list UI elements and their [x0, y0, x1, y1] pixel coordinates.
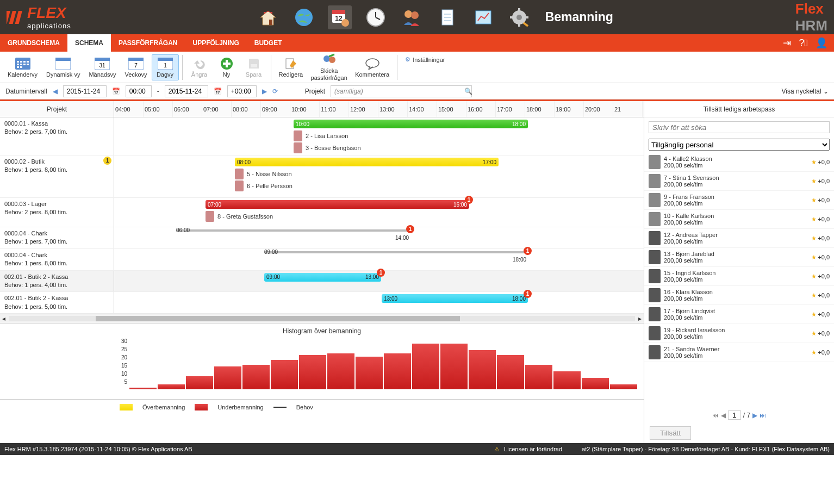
svg-rect-49	[223, 63, 231, 65]
schedule-lane[interactable]: 09:0018:001	[114, 249, 644, 270]
schedule-lane[interactable]: 06:0014:001	[114, 227, 644, 248]
shift-bar[interactable]	[176, 229, 410, 232]
settings-link[interactable]: ⚙Inställningar	[401, 54, 449, 65]
available-person-row[interactable]: 9 - Frans Fransson200,00 sek/tim★+0,0	[644, 191, 834, 210]
gray-end-label: 14:00	[395, 235, 409, 241]
show-kpi-link[interactable]: Visa nyckeltal ⌄	[782, 88, 829, 95]
view-kalendervy[interactable]: Kalendervy	[3, 55, 42, 80]
assign-button[interactable]: Tillsätt	[650, 426, 691, 440]
send-people-icon	[321, 53, 337, 66]
person-score: ★+0,0	[811, 197, 830, 204]
scroll-thumb[interactable]	[96, 316, 460, 321]
schedule-grid: Projekt 04:0005:0006:0007:0008:0009:0010…	[0, 101, 644, 443]
tab-schema[interactable]: SCHEMA	[67, 34, 111, 52]
available-person-row[interactable]: 17 - Björn Lindqvist200,00 sek/tim★+0,0	[644, 305, 834, 324]
pager-first-icon[interactable]: ⏮	[712, 412, 719, 419]
shift-bar[interactable]: 10:0018:00	[294, 120, 528, 128]
side-search-input[interactable]	[649, 121, 830, 133]
search-icon[interactable]: 🔍	[464, 88, 472, 95]
view-dynamisk[interactable]: Dynamisk vy	[42, 55, 84, 80]
svg-rect-34	[17, 66, 19, 68]
histogram-bar	[582, 378, 609, 389]
shift-bar[interactable]: 09:0013:00	[264, 273, 381, 282]
prev-arrow-icon[interactable]: ◀	[53, 88, 58, 95]
schedule-lane[interactable]: 08:0017:005 - Nisse Nilsson6 - Pelle Per…	[114, 155, 644, 197]
document-icon[interactable]	[435, 5, 459, 29]
shift-bar[interactable]: 13:0018:00	[382, 294, 528, 303]
undo-button[interactable]: Ångra	[186, 55, 213, 80]
time-to-input[interactable]	[227, 85, 257, 97]
availability-select[interactable]: Tillgänglig personal	[649, 139, 830, 151]
home-icon[interactable]	[256, 5, 280, 29]
chart-icon[interactable]	[471, 5, 495, 29]
send-request-button[interactable]: Skicka passförfrågan	[307, 51, 351, 83]
view-dagvy[interactable]: 1Dagvy	[152, 54, 179, 80]
time-from-input[interactable]	[126, 85, 152, 97]
shift-bar[interactable]: 07:0016:00	[206, 200, 469, 209]
schedule-lane[interactable]: 13:0018:001	[114, 292, 644, 313]
pager-page-input[interactable]	[728, 410, 741, 420]
clock-icon[interactable]	[364, 5, 388, 29]
shift-bar[interactable]	[264, 251, 528, 253]
scroll-left-icon[interactable]: ◂	[2, 315, 5, 322]
available-person-row[interactable]: 19 - Rickard Israelsson200,00 sek/tim★+0…	[644, 324, 834, 343]
calendar-people-icon[interactable]: 12	[328, 5, 352, 29]
shift-bar[interactable]: 08:0017:00	[235, 158, 499, 166]
tab-passförfrågan[interactable]: PASSFÖRFRÅGAN	[111, 34, 185, 52]
edit-button[interactable]: Redigera	[275, 55, 308, 80]
gear-icon[interactable]	[507, 5, 531, 29]
view-veckovy[interactable]: 7Veckovy	[121, 55, 152, 80]
available-person-row[interactable]: 15 - Ingrid Karlsson200,00 sek/tim★+0,0	[644, 267, 834, 286]
person-name: 4 - Kalle2 Klasson	[664, 155, 808, 162]
tab-grundschema[interactable]: GRUNDSCHEMA	[0, 34, 67, 52]
available-person-row[interactable]: 13 - Björn Jareblad200,00 sek/tim★+0,0	[644, 248, 834, 267]
schedule-lane[interactable]: 07:0016:0018 - Greta Gustafsson	[114, 198, 644, 227]
available-person-row[interactable]: 4 - Kalle2 Klasson200,00 sek/tim★+0,0	[644, 153, 834, 172]
view-manadsvy[interactable]: 31Månadsvy	[84, 55, 120, 80]
assigned-person[interactable]: 3 - Bosse Bengtsson	[294, 142, 361, 153]
tab-budget[interactable]: BUDGET	[247, 34, 290, 52]
available-person-row[interactable]: 21 - Sandra Waerner200,00 sek/tim★+0,0	[644, 343, 834, 362]
person-name: 12 - Andreas Tapper	[664, 232, 808, 238]
refresh-icon[interactable]: ⟳	[272, 88, 278, 95]
available-person-row[interactable]: 7 - Stina 1 Svensson200,00 sek/tim★+0,0	[644, 172, 834, 191]
project-name: 002.01 - Butik 2 - Kassa	[4, 294, 109, 302]
gray-end-label: 18:00	[513, 257, 526, 263]
assigned-person[interactable]: 8 - Greta Gustafsson	[206, 211, 273, 222]
calendar-picker-icon[interactable]: 📅	[112, 88, 120, 95]
help-icon[interactable]: ?⃝	[799, 38, 808, 49]
assigned-person[interactable]: 2 - Lisa Larsson	[294, 130, 348, 141]
tab-uppföljning[interactable]: UPPFÖLJNING	[185, 34, 246, 52]
available-person-row[interactable]: 12 - Andreas Tapper200,00 sek/tim★+0,0	[644, 229, 834, 248]
pager-prev-icon[interactable]: ◀	[721, 412, 726, 419]
logout-icon[interactable]: ⇥	[783, 37, 791, 49]
user-icon[interactable]: 👤	[816, 37, 827, 49]
available-person-row[interactable]: 10 - Kalle Karlsson200,00 sek/tim★+0,0	[644, 210, 834, 229]
comment-button[interactable]: Kommentera	[351, 55, 394, 80]
new-button[interactable]: Ny	[213, 55, 240, 80]
scroll-track[interactable]	[9, 316, 635, 321]
project-cell: 0000.03 - LagerBehov: 2 pers. 8,00 tim.	[0, 198, 114, 227]
pager-next-icon[interactable]: ▶	[752, 412, 757, 419]
horizontal-scrollbar[interactable]: ◂ ▸	[0, 314, 644, 323]
pager-last-icon[interactable]: ⏭	[760, 412, 766, 419]
assigned-person[interactable]: 6 - Pelle Persson	[235, 181, 292, 191]
person-rate: 200,00 sek/tim	[664, 333, 808, 340]
svg-rect-2	[15, 11, 22, 24]
people-icon[interactable]	[400, 5, 424, 29]
schedule-lane[interactable]: 09:0013:001	[114, 271, 644, 292]
calendar-picker-icon[interactable]: 📅	[214, 88, 222, 95]
assigned-person[interactable]: 5 - Nisse Nilsson	[235, 169, 292, 179]
globe-icon[interactable]	[292, 5, 316, 29]
next-arrow-icon[interactable]: ▶	[262, 88, 267, 95]
available-person-row[interactable]: 16 - Klara Klasson200,00 sek/tim★+0,0	[644, 286, 834, 305]
project-cell: 0000.01 - KassaBehov: 2 pers. 7,00 tim.	[0, 117, 114, 155]
date-from-input[interactable]	[63, 85, 107, 97]
tool-label: Ångra	[191, 71, 207, 78]
header-nav-icons: 12	[256, 5, 531, 29]
schedule-lane[interactable]: 10:0018:002 - Lisa Larsson3 - Bosse Beng…	[114, 117, 644, 155]
date-to-input[interactable]	[165, 85, 208, 97]
save-button[interactable]: Spara	[240, 55, 267, 80]
project-filter-input[interactable]	[331, 85, 472, 97]
scroll-right-icon[interactable]: ▸	[638, 315, 642, 322]
